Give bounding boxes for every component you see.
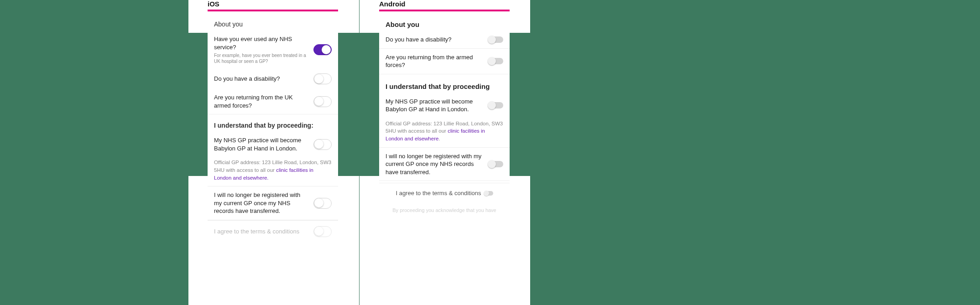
toggle-disability[interactable] <box>489 36 503 43</box>
row-armed-forces: Are you returning from the armed forces? <box>379 49 510 74</box>
sublabel-nhs: For example, have you ever been treated … <box>214 52 309 64</box>
toggle-armed[interactable] <box>313 96 332 107</box>
row-nhs-service: Have you ever used any NHS service? For … <box>208 31 338 69</box>
label-gp-change: My NHS GP practice will become Babylon G… <box>386 98 484 114</box>
label-deregister: I will no longer be registered with my c… <box>214 191 309 215</box>
section-about-you: About you <box>379 15 510 31</box>
toggle-gp-change[interactable] <box>489 102 503 109</box>
toggle-nhs[interactable] <box>313 44 332 55</box>
toggle-deregister[interactable] <box>489 161 503 167</box>
row-gp-change: My NHS GP practice will become Babylon G… <box>379 93 510 118</box>
section-proceeding: I understand that by proceeding: <box>208 114 338 132</box>
label-armed: Are you returning from the UK armed forc… <box>214 93 309 109</box>
label-armed: Are you returning from the armed forces? <box>386 53 484 69</box>
row-disability: Do you have a disability? <box>379 31 510 49</box>
label-terms: I agree to the terms & conditions <box>214 228 309 235</box>
row-disability: Do you have a disability? <box>208 69 338 89</box>
toggle-deregister[interactable] <box>313 198 332 209</box>
row-armed-forces: Are you returning from the UK armed forc… <box>208 89 338 114</box>
platform-label-ios: iOS <box>208 0 338 10</box>
toggle-terms[interactable] <box>313 226 332 237</box>
toggle-armed[interactable] <box>489 58 503 64</box>
toggle-disability[interactable] <box>313 73 332 84</box>
label-terms: I agree to the terms & conditions <box>396 190 481 196</box>
row-terms: I agree to the terms & conditions <box>208 220 338 243</box>
ios-screen: About you Have you ever used any NHS ser… <box>208 15 338 305</box>
gp-address-note: Official GP address: 123 Lillie Road, Lo… <box>379 118 510 147</box>
accent-bar <box>379 10 510 11</box>
gp-address-note: Official GP address: 123 Lillie Road, Lo… <box>208 157 338 186</box>
ack-text: By proceeding you acknowledge that you h… <box>379 203 510 213</box>
gp-note-text: Official GP address: 123 Lillie Road, Lo… <box>386 121 503 134</box>
toggle-terms[interactable] <box>484 191 493 196</box>
label-nhs: Have you ever used any NHS service? <box>214 35 309 51</box>
gp-note-post: . <box>438 136 440 141</box>
accent-bar <box>208 10 338 11</box>
gp-note-text: Official GP address: 123 Lillie Road, Lo… <box>214 160 331 173</box>
label-disability: Do you have a disability? <box>386 36 484 44</box>
row-deregister: I will no longer be registered with my c… <box>379 148 510 181</box>
label-disability: Do you have a disability? <box>214 75 309 83</box>
row-deregister: I will no longer be registered with my c… <box>208 186 338 220</box>
section-about-you: About you <box>208 15 338 31</box>
label-gp-change: My NHS GP practice will become Babylon G… <box>214 136 309 152</box>
platform-label-android: Android <box>379 0 510 10</box>
toggle-gp-change[interactable] <box>313 139 332 150</box>
row-terms: I agree to the terms & conditions <box>379 183 510 203</box>
label-deregister: I will no longer be registered with my c… <box>386 152 484 176</box>
row-gp-change: My NHS GP practice will become Babylon G… <box>208 132 338 157</box>
section-proceeding: I understand that by proceeding <box>379 74 510 93</box>
android-screen: About you Do you have a disability? Are … <box>379 15 510 305</box>
